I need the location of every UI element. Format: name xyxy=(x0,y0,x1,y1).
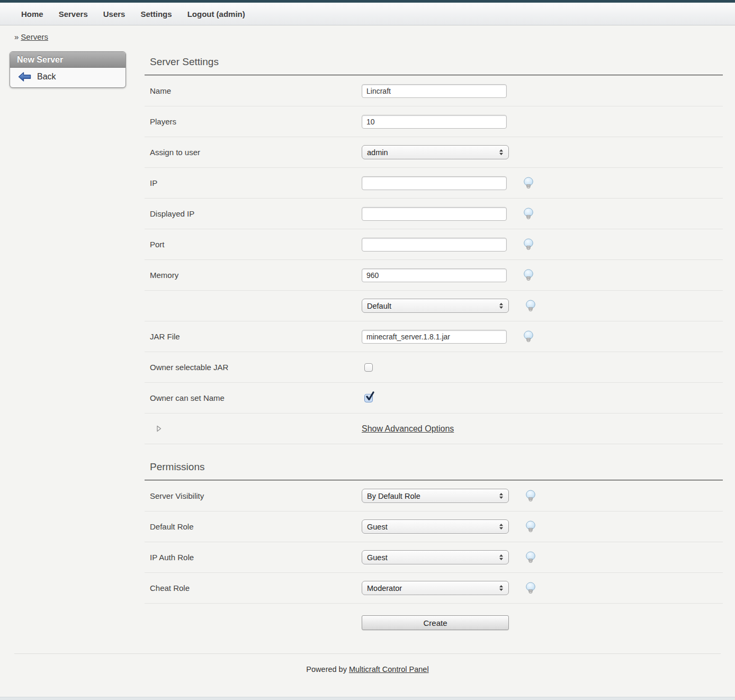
advanced-options-row: Show Advanced Options xyxy=(145,414,723,444)
ip-label: IP xyxy=(150,178,362,187)
check-icon xyxy=(365,391,374,401)
hint-bulb-icon[interactable] xyxy=(525,551,536,563)
footer-prefix: Powered by xyxy=(306,665,347,674)
ip-auth-role-value: Guest xyxy=(367,553,388,562)
default-select-row: Default xyxy=(145,291,723,321)
hint-bulb-icon[interactable] xyxy=(523,330,534,343)
assign-to-user-row: Assign to user admin xyxy=(145,137,723,168)
nav-item-logout[interactable]: Logout (admin) xyxy=(187,10,245,19)
jar-file-input[interactable] xyxy=(362,330,507,344)
server-visibility-select[interactable]: By Default Role xyxy=(362,489,509,503)
panel-title: New Server xyxy=(10,52,126,68)
footer: Powered byMulticraft Control Panel xyxy=(0,654,735,674)
ip-auth-role-label: IP Auth Role xyxy=(150,553,362,562)
owner-can-set-name-checkbox[interactable] xyxy=(364,394,373,402)
server-visibility-row: Server Visibility By Default Role xyxy=(145,481,723,511)
nav-item-users[interactable]: Users xyxy=(103,10,126,19)
back-button[interactable]: Back xyxy=(15,72,120,82)
multicraft-new-server-page: Home Servers Users Settings Logout (admi… xyxy=(0,0,735,700)
main-content: Server Settings Name Players Assign to u… xyxy=(145,47,723,642)
owner-can-set-name-label: Owner can set Name xyxy=(150,393,362,402)
ip-input[interactable] xyxy=(362,176,507,190)
name-label: Name xyxy=(150,86,362,95)
port-input[interactable] xyxy=(362,238,507,252)
bottom-strip xyxy=(0,697,735,700)
hint-bulb-icon[interactable] xyxy=(525,520,536,533)
default-select-value: Default xyxy=(367,302,391,310)
breadcrumb: »Servers xyxy=(0,25,735,47)
server-visibility-value: By Default Role xyxy=(367,492,420,500)
assign-to-user-value: admin xyxy=(367,148,388,157)
players-label: Players xyxy=(150,117,362,126)
cheat-role-row: Cheat Role Moderator xyxy=(145,573,723,604)
default-role-row: Default Role Guest xyxy=(145,511,723,542)
stepper-arrows-icon xyxy=(499,492,504,499)
create-button[interactable]: Create xyxy=(362,615,509,630)
assign-to-user-label: Assign to user xyxy=(150,148,362,157)
breadcrumb-link-servers[interactable]: Servers xyxy=(21,32,48,41)
displayed-ip-input[interactable] xyxy=(362,207,507,221)
ip-auth-role-row: IP Auth Role Guest xyxy=(145,542,723,573)
server-settings-heading: Server Settings xyxy=(150,56,723,68)
stepper-arrows-icon xyxy=(499,585,504,591)
cheat-role-value: Moderator xyxy=(367,584,402,593)
breadcrumb-prefix: » xyxy=(14,32,19,41)
port-label: Port xyxy=(150,240,362,249)
default-select[interactable]: Default xyxy=(362,299,509,313)
jar-file-label: JAR File xyxy=(150,332,362,341)
hint-bulb-icon[interactable] xyxy=(525,300,536,312)
memory-label: Memory xyxy=(150,271,362,280)
default-role-label: Default Role xyxy=(150,522,362,531)
back-label: Back xyxy=(37,72,56,82)
ip-auth-role-select[interactable]: Guest xyxy=(362,550,509,564)
owner-can-set-name-row: Owner can set Name xyxy=(145,383,723,414)
jar-file-row: JAR File xyxy=(145,321,723,352)
hint-bulb-icon[interactable] xyxy=(523,238,534,250)
stepper-arrows-icon xyxy=(499,523,504,530)
show-advanced-options-link[interactable]: Show Advanced Options xyxy=(362,424,454,434)
name-row: Name xyxy=(145,76,723,106)
advanced-toggle-icon[interactable] xyxy=(156,425,162,432)
nav-item-home[interactable]: Home xyxy=(21,10,43,19)
permissions-heading: Permissions xyxy=(150,461,723,473)
create-row: Create xyxy=(145,604,723,642)
hint-bulb-icon[interactable] xyxy=(523,269,534,281)
owner-selectable-jar-checkbox[interactable] xyxy=(364,363,373,372)
memory-row: Memory xyxy=(145,260,723,291)
players-input[interactable] xyxy=(362,115,507,129)
default-role-value: Guest xyxy=(367,523,388,531)
displayed-ip-label: Displayed IP xyxy=(150,209,362,218)
footer-link-multicraft[interactable]: Multicraft Control Panel xyxy=(349,665,429,674)
cheat-role-label: Cheat Role xyxy=(150,584,362,593)
owner-selectable-jar-label: Owner selectable JAR xyxy=(150,363,362,372)
hint-bulb-icon[interactable] xyxy=(525,490,536,502)
stepper-arrows-icon xyxy=(499,554,504,561)
assign-to-user-select[interactable]: admin xyxy=(362,145,509,159)
displayed-ip-row: Displayed IP xyxy=(145,199,723,229)
hint-bulb-icon[interactable] xyxy=(523,177,534,189)
stepper-arrows-icon xyxy=(499,302,504,309)
port-row: Port xyxy=(145,229,723,260)
nav-item-servers[interactable]: Servers xyxy=(59,10,88,19)
players-row: Players xyxy=(145,106,723,137)
hint-bulb-icon[interactable] xyxy=(525,582,536,594)
hint-bulb-icon[interactable] xyxy=(523,208,534,220)
stepper-arrows-icon xyxy=(499,149,504,156)
server-visibility-label: Server Visibility xyxy=(150,491,362,500)
default-role-select[interactable]: Guest xyxy=(362,519,509,534)
back-arrow-icon xyxy=(18,72,31,82)
owner-selectable-jar-row: Owner selectable JAR xyxy=(145,352,723,383)
memory-input[interactable] xyxy=(362,268,507,282)
main-navigation: Home Servers Users Settings Logout (admi… xyxy=(0,3,735,25)
new-server-panel: New Server Back xyxy=(10,51,126,88)
name-input[interactable] xyxy=(362,84,507,98)
nav-item-settings[interactable]: Settings xyxy=(140,10,172,19)
cheat-role-select[interactable]: Moderator xyxy=(362,581,509,595)
ip-row: IP xyxy=(145,168,723,199)
